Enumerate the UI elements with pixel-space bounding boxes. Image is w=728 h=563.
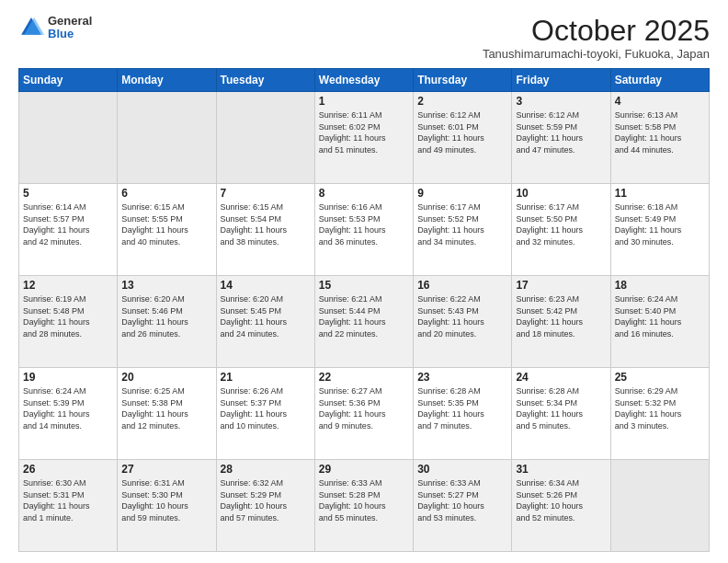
day-info: Sunrise: 6:20 AM Sunset: 5:46 PM Dayligh… xyxy=(121,293,211,339)
calendar-cell xyxy=(19,92,118,184)
calendar-cell: 10Sunrise: 6:17 AM Sunset: 5:50 PM Dayli… xyxy=(512,184,610,276)
day-info: Sunrise: 6:28 AM Sunset: 5:35 PM Dayligh… xyxy=(417,385,507,431)
calendar-cell: 12Sunrise: 6:19 AM Sunset: 5:48 PM Dayli… xyxy=(19,276,118,368)
weekday-header-monday: Monday xyxy=(118,69,216,92)
calendar-cell: 29Sunrise: 6:33 AM Sunset: 5:28 PM Dayli… xyxy=(314,460,413,552)
day-info: Sunrise: 6:24 AM Sunset: 5:40 PM Dayligh… xyxy=(615,293,705,339)
day-number: 15 xyxy=(319,279,409,292)
calendar-cell: 2Sunrise: 6:12 AM Sunset: 6:01 PM Daylig… xyxy=(414,92,512,184)
day-number: 11 xyxy=(615,187,705,200)
calendar-cell: 7Sunrise: 6:15 AM Sunset: 5:54 PM Daylig… xyxy=(216,184,314,276)
day-info: Sunrise: 6:31 AM Sunset: 5:30 PM Dayligh… xyxy=(121,477,211,523)
day-info: Sunrise: 6:21 AM Sunset: 5:44 PM Dayligh… xyxy=(319,293,409,339)
day-number: 25 xyxy=(615,371,705,384)
calendar-week-row: 12Sunrise: 6:19 AM Sunset: 5:48 PM Dayli… xyxy=(19,276,710,368)
day-info: Sunrise: 6:28 AM Sunset: 5:34 PM Dayligh… xyxy=(516,385,606,431)
calendar-cell: 25Sunrise: 6:29 AM Sunset: 5:32 PM Dayli… xyxy=(610,368,709,460)
weekday-header-saturday: Saturday xyxy=(610,69,709,92)
day-number: 31 xyxy=(516,463,606,476)
calendar-cell: 26Sunrise: 6:30 AM Sunset: 5:31 PM Dayli… xyxy=(19,460,118,552)
day-info: Sunrise: 6:13 AM Sunset: 5:58 PM Dayligh… xyxy=(615,109,705,155)
day-number: 14 xyxy=(221,279,311,292)
day-number: 23 xyxy=(417,371,507,384)
calendar-cell: 6Sunrise: 6:15 AM Sunset: 5:55 PM Daylig… xyxy=(118,184,216,276)
calendar-cell: 16Sunrise: 6:22 AM Sunset: 5:43 PM Dayli… xyxy=(414,276,512,368)
logo-general: General xyxy=(48,15,92,28)
day-info: Sunrise: 6:30 AM Sunset: 5:31 PM Dayligh… xyxy=(23,477,113,523)
day-info: Sunrise: 6:34 AM Sunset: 5:26 PM Dayligh… xyxy=(516,477,606,523)
day-number: 7 xyxy=(221,187,311,200)
calendar-cell: 27Sunrise: 6:31 AM Sunset: 5:30 PM Dayli… xyxy=(118,460,216,552)
calendar-cell xyxy=(610,460,709,552)
day-number: 17 xyxy=(516,279,606,292)
weekday-header-tuesday: Tuesday xyxy=(216,69,314,92)
day-info: Sunrise: 6:12 AM Sunset: 5:59 PM Dayligh… xyxy=(516,109,606,155)
day-number: 2 xyxy=(417,95,507,108)
calendar-cell: 4Sunrise: 6:13 AM Sunset: 5:58 PM Daylig… xyxy=(610,92,709,184)
day-info: Sunrise: 6:25 AM Sunset: 5:38 PM Dayligh… xyxy=(121,385,211,431)
calendar-cell: 22Sunrise: 6:27 AM Sunset: 5:36 PM Dayli… xyxy=(314,368,413,460)
calendar-week-row: 19Sunrise: 6:24 AM Sunset: 5:39 PM Dayli… xyxy=(19,368,710,460)
day-info: Sunrise: 6:18 AM Sunset: 5:49 PM Dayligh… xyxy=(615,201,705,247)
calendar-header-row: SundayMondayTuesdayWednesdayThursdayFrid… xyxy=(19,69,710,92)
day-number: 6 xyxy=(121,187,211,200)
day-info: Sunrise: 6:19 AM Sunset: 5:48 PM Dayligh… xyxy=(23,293,113,339)
weekday-header-friday: Friday xyxy=(512,69,610,92)
calendar-week-row: 26Sunrise: 6:30 AM Sunset: 5:31 PM Dayli… xyxy=(19,460,710,552)
calendar-cell: 23Sunrise: 6:28 AM Sunset: 5:35 PM Dayli… xyxy=(414,368,512,460)
header: General Blue October 2025 Tanushimarumac… xyxy=(18,15,710,61)
day-number: 3 xyxy=(516,95,606,108)
day-number: 1 xyxy=(319,95,409,108)
day-info: Sunrise: 6:33 AM Sunset: 5:27 PM Dayligh… xyxy=(417,477,507,523)
day-info: Sunrise: 6:33 AM Sunset: 5:28 PM Dayligh… xyxy=(319,477,409,523)
day-number: 29 xyxy=(319,463,409,476)
day-number: 12 xyxy=(23,279,113,292)
calendar-cell: 3Sunrise: 6:12 AM Sunset: 5:59 PM Daylig… xyxy=(512,92,610,184)
calendar-cell: 15Sunrise: 6:21 AM Sunset: 5:44 PM Dayli… xyxy=(314,276,413,368)
day-number: 13 xyxy=(121,279,211,292)
calendar-cell: 21Sunrise: 6:26 AM Sunset: 5:37 PM Dayli… xyxy=(216,368,314,460)
calendar-cell: 19Sunrise: 6:24 AM Sunset: 5:39 PM Dayli… xyxy=(19,368,118,460)
calendar-cell: 30Sunrise: 6:33 AM Sunset: 5:27 PM Dayli… xyxy=(414,460,512,552)
logo-text: General Blue xyxy=(48,15,92,41)
day-info: Sunrise: 6:27 AM Sunset: 5:36 PM Dayligh… xyxy=(319,385,409,431)
day-info: Sunrise: 6:15 AM Sunset: 5:54 PM Dayligh… xyxy=(221,201,311,247)
day-number: 8 xyxy=(319,187,409,200)
weekday-header-thursday: Thursday xyxy=(414,69,512,92)
day-number: 4 xyxy=(615,95,705,108)
day-number: 10 xyxy=(516,187,606,200)
day-number: 28 xyxy=(221,463,311,476)
day-number: 5 xyxy=(23,187,113,200)
weekday-header-wednesday: Wednesday xyxy=(314,69,413,92)
calendar-week-row: 5Sunrise: 6:14 AM Sunset: 5:57 PM Daylig… xyxy=(19,184,710,276)
title-block: October 2025 Tanushimarumachi-toyoki, Fu… xyxy=(483,15,710,61)
month-title: October 2025 xyxy=(483,15,710,47)
calendar-cell: 14Sunrise: 6:20 AM Sunset: 5:45 PM Dayli… xyxy=(216,276,314,368)
calendar-cell: 20Sunrise: 6:25 AM Sunset: 5:38 PM Dayli… xyxy=(118,368,216,460)
day-number: 18 xyxy=(615,279,705,292)
weekday-header-sunday: Sunday xyxy=(19,69,118,92)
day-info: Sunrise: 6:16 AM Sunset: 5:53 PM Dayligh… xyxy=(319,201,409,247)
calendar-cell: 13Sunrise: 6:20 AM Sunset: 5:46 PM Dayli… xyxy=(118,276,216,368)
calendar-cell: 5Sunrise: 6:14 AM Sunset: 5:57 PM Daylig… xyxy=(19,184,118,276)
day-number: 24 xyxy=(516,371,606,384)
calendar-cell xyxy=(118,92,216,184)
calendar-cell: 11Sunrise: 6:18 AM Sunset: 5:49 PM Dayli… xyxy=(610,184,709,276)
calendar-cell: 24Sunrise: 6:28 AM Sunset: 5:34 PM Dayli… xyxy=(512,368,610,460)
logo-icon xyxy=(18,15,44,40)
calendar-cell: 17Sunrise: 6:23 AM Sunset: 5:42 PM Dayli… xyxy=(512,276,610,368)
day-info: Sunrise: 6:20 AM Sunset: 5:45 PM Dayligh… xyxy=(221,293,311,339)
day-number: 19 xyxy=(23,371,113,384)
calendar-cell: 31Sunrise: 6:34 AM Sunset: 5:26 PM Dayli… xyxy=(512,460,610,552)
logo: General Blue xyxy=(18,15,92,41)
day-number: 30 xyxy=(417,463,507,476)
calendar-cell xyxy=(216,92,314,184)
day-info: Sunrise: 6:17 AM Sunset: 5:50 PM Dayligh… xyxy=(516,201,606,247)
day-info: Sunrise: 6:26 AM Sunset: 5:37 PM Dayligh… xyxy=(221,385,311,431)
calendar-table: SundayMondayTuesdayWednesdayThursdayFrid… xyxy=(18,68,710,552)
day-number: 27 xyxy=(121,463,211,476)
day-info: Sunrise: 6:15 AM Sunset: 5:55 PM Dayligh… xyxy=(121,201,211,247)
day-number: 16 xyxy=(417,279,507,292)
day-info: Sunrise: 6:14 AM Sunset: 5:57 PM Dayligh… xyxy=(23,201,113,247)
calendar-cell: 18Sunrise: 6:24 AM Sunset: 5:40 PM Dayli… xyxy=(610,276,709,368)
